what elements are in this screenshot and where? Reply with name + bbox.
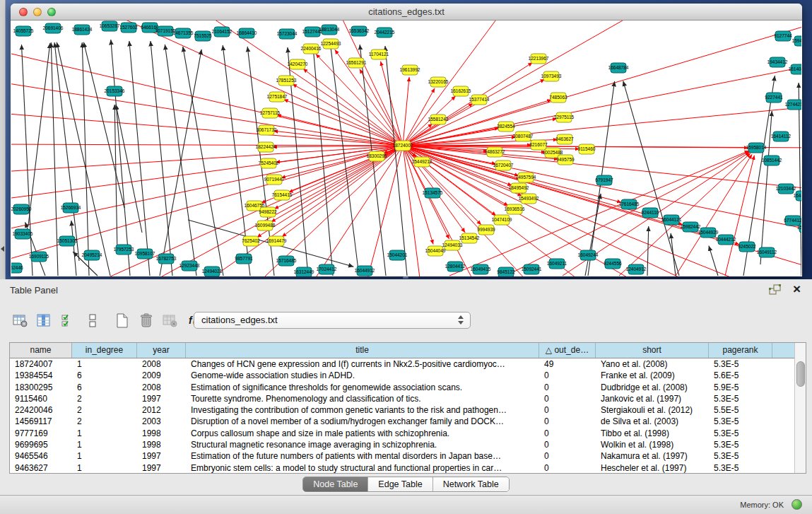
graph-node[interactable]: 12494021 <box>202 267 223 276</box>
column-header-in_degree[interactable]: in_degree <box>72 343 137 358</box>
graph-node[interactable]: 20260950 <box>11 204 32 214</box>
window-titlebar[interactable]: citations_edges.txt <box>11 4 802 21</box>
graph-node[interactable]: 16536342 <box>349 26 370 36</box>
row-height-button[interactable] <box>82 310 103 330</box>
graph-node[interactable]: 16140412 <box>789 64 801 74</box>
column-header-△ out_de…[interactable]: △ out_de… <box>539 343 596 358</box>
column-header-year[interactable]: year <box>137 343 186 358</box>
graph-node[interactable]: 16782753 <box>156 254 177 264</box>
graph-node[interactable]: 15493492 <box>519 194 539 204</box>
graph-node[interactable]: 14671355 <box>173 28 194 38</box>
graph-node[interactable]: 12804412 <box>445 262 466 271</box>
citation-graph[interactable]: 1405572520691406188614241065328715276026… <box>11 21 801 276</box>
graph-node[interactable]: 20442215 <box>375 28 395 37</box>
graph-node[interactable]: 18813044 <box>319 25 340 35</box>
graph-node[interactable]: 12404912 <box>626 264 647 274</box>
graph-node[interactable]: 15134575 <box>423 188 443 198</box>
graph-node[interactable]: 12751847 <box>267 92 288 102</box>
table-row[interactable]: 1872400712008Changes of HCN gene express… <box>10 358 806 370</box>
graph-node[interactable]: 10973493 <box>541 71 562 81</box>
graph-node[interactable]: 12254493 <box>321 39 341 49</box>
table-row[interactable]: 1456911722003Disruption of a novel membe… <box>10 416 806 427</box>
graph-node[interactable]: 16312449 <box>294 267 314 276</box>
graph-node[interactable]: 18495492 <box>509 183 529 193</box>
graph-node[interactable]: 10444212 <box>716 235 736 245</box>
graph-node[interactable]: 9994939 <box>477 225 495 235</box>
graph-node[interactable]: 15044201 <box>387 250 408 260</box>
graph-node[interactable]: 16909115 <box>29 252 49 262</box>
column-header-pagerank[interactable]: pagerank <box>709 343 772 358</box>
vertical-scrollbar[interactable] <box>794 343 806 473</box>
new-table-button[interactable] <box>112 310 133 330</box>
graph-node[interactable]: 18300295 <box>367 151 387 161</box>
tab-network-table[interactable]: Network Table <box>433 477 509 491</box>
memory-ok-indicator[interactable] <box>792 499 802 510</box>
graph-node[interactable]: 20691406 <box>43 23 64 33</box>
panel-splitter-handle[interactable] <box>403 276 408 279</box>
graph-node[interactable]: 10851442 <box>762 156 782 165</box>
graph-node[interactable]: 16049415 <box>471 264 491 274</box>
graph-node[interactable]: 12103442 <box>776 184 796 194</box>
select-columns-button[interactable] <box>34 310 55 330</box>
close-panel-icon[interactable]: × <box>793 281 801 298</box>
graph-node[interactable]: 15716485 <box>276 256 297 266</box>
graph-node[interactable]: 16099488 <box>255 221 276 230</box>
graph-node[interactable]: 16914479 <box>266 236 287 246</box>
graph-node[interactable]: 15944212 <box>792 36 801 46</box>
table-row[interactable]: 1830029562008Estimation of significance … <box>10 382 806 393</box>
graph-node[interactable]: 15044929 <box>698 228 719 238</box>
graph-node[interactable]: 9152446 <box>11 263 23 273</box>
graph-node[interactable]: 15134542 <box>459 233 480 243</box>
graph-node[interactable]: 16648784 <box>608 63 629 73</box>
graph-node[interactable]: 16044121 <box>661 215 682 225</box>
table-row[interactable]: 946554611997Estimation of the future num… <box>10 450 806 462</box>
graph-node[interactable]: 11704121 <box>369 49 389 59</box>
graph-node[interactable]: 9244110 <box>642 208 659 218</box>
graph-node[interactable]: 10474109 <box>492 215 512 225</box>
graph-node[interactable]: 12213967 <box>529 54 549 64</box>
graph-node[interactable]: 12744212 <box>785 100 801 110</box>
graph-node[interactable]: 9845122 <box>497 267 515 276</box>
collapse-arrow-icon[interactable] <box>1 246 4 252</box>
table-row[interactable]: 1938455462009Genome-wide association stu… <box>10 370 806 381</box>
table-row[interactable]: 2242004622012Investigating the contribut… <box>10 404 806 416</box>
graph-node[interactable]: 75245402 <box>259 158 279 168</box>
graph-node[interactable]: 16044912 <box>355 266 375 276</box>
graph-node[interactable]: 15092441 <box>522 264 542 274</box>
graph-node[interactable]: 76154415 <box>272 190 293 200</box>
graph-node[interactable]: 7625402 <box>242 236 260 246</box>
graph-node[interactable]: 90719447 <box>264 175 285 185</box>
graph-node[interactable]: 9498222 <box>259 207 277 217</box>
graph-node[interactable]: 16442102 <box>794 191 801 201</box>
graph-node[interactable]: 14863272 <box>485 147 505 157</box>
graph-node[interactable]: 6791947 <box>595 175 613 185</box>
graph-node[interactable]: 17957253 <box>114 245 134 255</box>
graph-node[interactable]: 18224424 <box>256 142 276 152</box>
graph-node[interactable]: 16864410 <box>237 28 257 38</box>
graph-node[interactable]: 6774412 <box>784 216 801 226</box>
graph-node[interactable]: 19613992 <box>400 65 420 75</box>
graph-node[interactable]: 16414112 <box>771 132 792 141</box>
table-row[interactable]: 977716911998Corpus callosum shape and si… <box>10 428 806 439</box>
graph-node[interactable]: 15449212 <box>412 157 433 167</box>
graph-node[interactable]: 16936516 <box>505 204 525 214</box>
graph-node[interactable]: 10653287 <box>100 21 120 31</box>
graph-node[interactable]: 15051305 <box>57 236 78 246</box>
float-panel-icon[interactable] <box>769 284 781 295</box>
graph-node[interactable]: 18861424 <box>72 25 93 35</box>
graph-node[interactable]: 16049211 <box>547 259 567 269</box>
graph-node[interactable]: 1527602 <box>119 23 138 33</box>
graph-node[interactable]: 16720407 <box>493 160 514 170</box>
control-panel-collapsed-strip[interactable] <box>0 0 6 279</box>
graph-node[interactable]: 13220165 <box>428 77 449 87</box>
graph-node[interactable]: 15958014 <box>746 143 767 153</box>
graph-node[interactable]: 16049244 <box>578 250 599 260</box>
delete-table-button[interactable] <box>136 310 157 330</box>
graph-node[interactable]: 12757115 <box>260 108 281 118</box>
graph-node[interactable]: 14957594 <box>516 173 536 182</box>
graph-node[interactable]: 15266934 <box>61 203 81 213</box>
graph-node[interactable]: 17616485 <box>619 199 640 209</box>
graph-node[interactable]: 9463627 <box>555 134 574 144</box>
graph-node[interactable]: 12923448 <box>180 261 200 271</box>
graph-node[interactable]: 15377414 <box>469 95 490 105</box>
